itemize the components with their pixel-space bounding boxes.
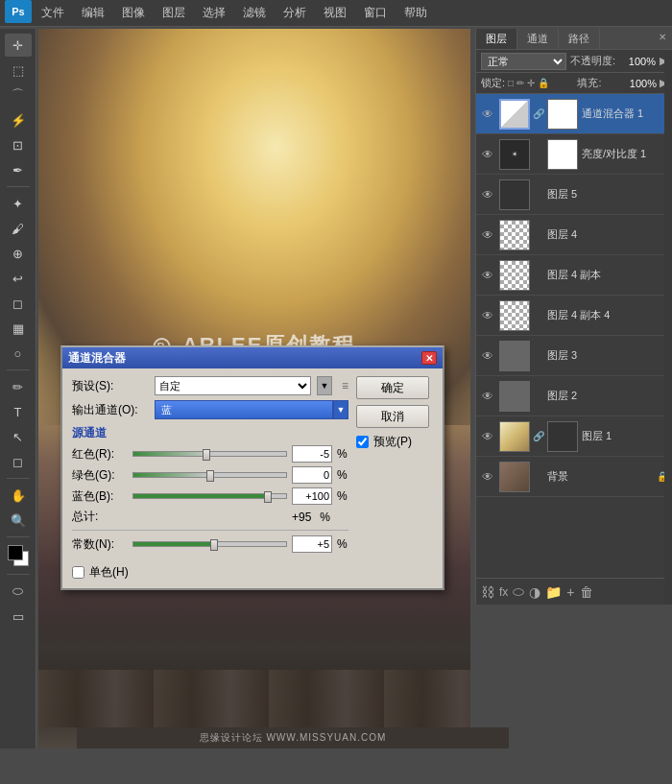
lock-paint[interactable]: ✏ <box>516 78 524 88</box>
layer-visibility-toggle[interactable]: 👁 <box>480 348 495 364</box>
lock-move[interactable]: ✛ <box>527 78 535 88</box>
layer-new-btn[interactable]: + <box>566 584 574 600</box>
cancel-button[interactable]: 取消 <box>356 405 429 428</box>
panel-close-btn[interactable]: ✕ <box>653 29 672 49</box>
tool-marquee[interactable]: ⬚ <box>5 59 32 82</box>
layer-visibility-toggle[interactable]: 👁 <box>480 268 495 283</box>
foreground-color[interactable] <box>8 545 23 560</box>
layer-item[interactable]: 👁 图层 4 副本 4 <box>476 296 672 336</box>
tool-path-select[interactable]: ↖ <box>5 425 32 448</box>
panel-scrollbar[interactable] <box>664 50 672 605</box>
menu-file[interactable]: 文件 <box>34 3 72 23</box>
layer-item[interactable]: 👁 🔗 图层 1 <box>476 416 672 457</box>
red-slider-track[interactable] <box>132 451 287 457</box>
menu-edit[interactable]: 编辑 <box>74 3 112 23</box>
layer-thumbnail <box>499 99 530 130</box>
tool-hand[interactable]: ✋ <box>5 484 32 507</box>
green-input[interactable] <box>292 466 332 484</box>
layer-mask-btn[interactable]: ⬭ <box>513 583 524 600</box>
constant-slider-track[interactable] <box>132 541 287 547</box>
tool-eyedropper[interactable]: ✒ <box>5 158 32 181</box>
layer-visibility-toggle[interactable]: 👁 <box>480 227 495 243</box>
tool-magic-wand[interactable]: ⚡ <box>5 108 32 131</box>
tool-crop[interactable]: ⊡ <box>5 133 32 156</box>
color-swatch[interactable] <box>6 545 31 566</box>
layer-delete-btn[interactable]: 🗑 <box>580 584 593 600</box>
constant-input[interactable] <box>292 535 332 553</box>
total-pct: % <box>320 511 330 524</box>
layer-adjustment-btn[interactable]: ◑ <box>529 584 540 600</box>
red-input[interactable] <box>292 445 332 463</box>
tool-screen-mode[interactable]: ▭ <box>5 605 32 628</box>
layer-item[interactable]: 👁 图层 2 <box>476 376 672 416</box>
blue-input[interactable] <box>292 487 332 505</box>
layer-thumbnail <box>499 341 530 371</box>
preset-select[interactable]: 自定 <box>155 376 311 395</box>
preset-menu-icon[interactable]: ≡ <box>342 379 348 392</box>
menu-filter[interactable]: 滤镜 <box>235 3 274 23</box>
channel-dropdown-arrow[interactable]: ▼ <box>333 400 348 419</box>
layer-item[interactable]: 👁 ☀ 亮度/对比度 1 <box>476 134 672 175</box>
tab-layers[interactable]: 图层 <box>476 29 517 49</box>
lock-transparency[interactable]: □ <box>508 78 514 88</box>
layer-visibility-toggle[interactable]: 👁 <box>480 469 495 485</box>
tool-eraser[interactable]: ◻ <box>5 292 32 315</box>
tool-zoom[interactable]: 🔍 <box>5 509 32 532</box>
tool-quickmask[interactable]: ⬭ <box>5 580 32 603</box>
menu-select[interactable]: 选择 <box>195 3 233 23</box>
tool-stamp[interactable]: ⊕ <box>5 242 32 265</box>
layer-item[interactable]: 👁 图层 4 副本 <box>476 255 672 296</box>
layer-fx-btn[interactable]: fx <box>499 585 508 599</box>
mono-checkbox[interactable] <box>72 566 84 579</box>
tab-paths[interactable]: 路径 <box>559 29 600 49</box>
tool-dodge[interactable]: ○ <box>5 342 32 365</box>
dialog-close-btn[interactable]: ✕ <box>421 351 437 365</box>
layer-visibility-toggle[interactable]: 👁 <box>480 187 495 202</box>
menu-analyze[interactable]: 分析 <box>276 3 314 23</box>
layer-name: 图层 5 <box>547 187 668 202</box>
menu-help[interactable]: 帮助 <box>396 3 435 23</box>
tool-move[interactable]: ✛ <box>5 34 32 57</box>
blend-mode-select[interactable]: 正常 <box>481 53 566 70</box>
tool-history-brush[interactable]: ↩ <box>5 267 32 290</box>
tool-shape[interactable]: ◻ <box>5 450 32 473</box>
tool-heal[interactable]: ✦ <box>5 192 32 215</box>
green-slider-track[interactable] <box>132 472 287 478</box>
blue-slider-track[interactable] <box>132 493 287 499</box>
red-slider-thumb[interactable] <box>203 449 210 461</box>
layer-item[interactable]: 👁 背景 🔒 <box>476 457 672 497</box>
layer-link-btn[interactable]: ⛓ <box>481 584 494 600</box>
layer-item[interactable]: 👁 图层 3 <box>476 336 672 376</box>
green-slider-thumb[interactable] <box>206 470 214 482</box>
menu-layer[interactable]: 图层 <box>155 3 193 23</box>
lock-all[interactable]: 🔒 <box>538 78 549 88</box>
channel-select[interactable]: 蓝 <box>155 400 333 419</box>
tool-gradient[interactable]: ▦ <box>5 317 32 340</box>
menu-view[interactable]: 视图 <box>316 3 354 23</box>
confirm-button[interactable]: 确定 <box>356 376 429 399</box>
mono-label[interactable]: 单色(H) <box>89 564 129 581</box>
left-toolbar: ✛ ⬚ ⌒ ⚡ ⊡ ✒ ✦ 🖌 ⊕ ↩ ◻ ▦ ○ ✏ T ↖ ◻ ✋ 🔍 ⬭ … <box>0 29 36 748</box>
tool-text[interactable]: T <box>5 400 32 423</box>
layer-visibility-toggle[interactable]: 👁 <box>480 389 495 404</box>
layer-item[interactable]: 👁 🔗 通道混合器 1 <box>476 94 672 134</box>
tool-pen[interactable]: ✏ <box>5 375 32 398</box>
layer-item[interactable]: 👁 图层 4 <box>476 215 672 255</box>
layer-visibility-toggle[interactable]: 👁 <box>480 429 495 444</box>
blue-slider-thumb[interactable] <box>264 491 272 503</box>
layer-visibility-toggle[interactable]: 👁 <box>480 308 495 323</box>
layer-name: 图层 4 副本 <box>547 268 668 282</box>
tool-brush[interactable]: 🖌 <box>5 217 32 240</box>
layer-visibility-toggle[interactable]: 👁 <box>480 147 495 162</box>
tab-channels[interactable]: 通道 <box>517 29 559 49</box>
menu-image[interactable]: 图像 <box>114 3 153 23</box>
layer-item[interactable]: 👁 图层 5 <box>476 175 672 215</box>
layer-folder-btn[interactable]: 📁 <box>545 584 562 600</box>
tool-lasso[interactable]: ⌒ <box>5 83 32 107</box>
preset-dropdown-arrow[interactable]: ▼ <box>317 376 332 395</box>
preview-checkbox[interactable] <box>356 436 369 448</box>
constant-slider-thumb[interactable] <box>210 539 218 551</box>
preview-label[interactable]: 预览(P) <box>373 434 412 450</box>
menu-window[interactable]: 窗口 <box>356 3 395 23</box>
layer-visibility-toggle[interactable]: 👁 <box>480 107 495 122</box>
